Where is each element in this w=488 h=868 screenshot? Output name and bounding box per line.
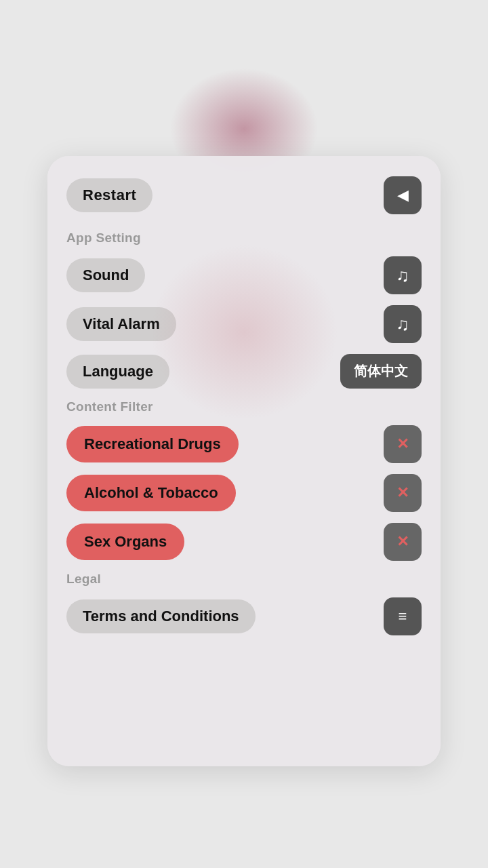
recreational-drugs-remove-button[interactable]: ✕ bbox=[384, 425, 422, 463]
vital-alarm-button[interactable]: Vital Alarm bbox=[66, 307, 176, 341]
language-button[interactable]: Language bbox=[66, 355, 169, 389]
vital-alarm-music-icon: ♫ bbox=[396, 314, 409, 335]
legal-section: Legal Terms and Conditions ≡ bbox=[66, 572, 422, 635]
sound-button[interactable]: Sound bbox=[66, 258, 145, 292]
settings-card: Restart ◀ App Setting Sound ♫ Vital Alar… bbox=[47, 156, 441, 766]
language-value-button[interactable]: 简体中文 bbox=[340, 354, 422, 389]
recreational-drugs-row: Recreational Drugs ✕ bbox=[66, 425, 422, 463]
alcohol-tobacco-row: Alcohol & Tobacco ✕ bbox=[66, 474, 422, 512]
music-icon: ♫ bbox=[396, 265, 409, 286]
close-icon-sex-organs: ✕ bbox=[396, 534, 409, 549]
terms-menu-button[interactable]: ≡ bbox=[384, 597, 422, 635]
back-icon: ◀ bbox=[397, 186, 409, 204]
alcohol-tobacco-remove-button[interactable]: ✕ bbox=[384, 474, 422, 512]
app-setting-label: App Setting bbox=[66, 231, 422, 245]
menu-icon: ≡ bbox=[399, 609, 407, 624]
sound-row: Sound ♫ bbox=[66, 256, 422, 294]
close-icon-recreational: ✕ bbox=[396, 437, 409, 452]
sex-organs-remove-button[interactable]: ✕ bbox=[384, 523, 422, 561]
content-filter-label: Content Filter bbox=[66, 399, 422, 414]
terms-row: Terms and Conditions ≡ bbox=[66, 597, 422, 635]
terms-button[interactable]: Terms and Conditions bbox=[66, 599, 256, 633]
sex-organs-row: Sex Organs ✕ bbox=[66, 523, 422, 561]
sound-music-button[interactable]: ♫ bbox=[384, 256, 422, 294]
close-icon-alcohol: ✕ bbox=[396, 486, 409, 500]
language-row: Language 简体中文 bbox=[66, 354, 422, 389]
vital-alarm-row: Vital Alarm ♫ bbox=[66, 305, 422, 343]
header-row: Restart ◀ bbox=[66, 176, 422, 214]
recreational-drugs-button[interactable]: Recreational Drugs bbox=[66, 426, 239, 462]
sex-organs-button[interactable]: Sex Organs bbox=[66, 524, 184, 560]
back-button[interactable]: ◀ bbox=[384, 176, 422, 214]
restart-button[interactable]: Restart bbox=[66, 178, 152, 212]
vital-alarm-music-button[interactable]: ♫ bbox=[384, 305, 422, 343]
legal-label: Legal bbox=[66, 572, 422, 587]
alcohol-tobacco-button[interactable]: Alcohol & Tobacco bbox=[66, 475, 236, 511]
